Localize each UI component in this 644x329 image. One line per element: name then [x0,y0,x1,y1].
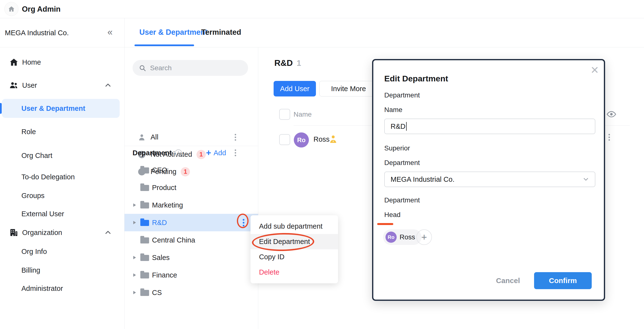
department-name-input[interactable]: R&D [384,119,595,134]
add-head-button[interactable]: + [416,229,432,245]
chevron-up-icon[interactable] [104,82,112,89]
sidebar-item-label: User & Department [22,104,85,112]
tab-terminated[interactable]: Terminated [201,18,241,47]
superior-label-line2: Department [384,159,420,167]
tree-item-cs[interactable]: CS [124,284,258,301]
text-cursor [406,122,407,131]
chevron-down-icon [582,176,590,183]
sidebar-item-todo-delegation[interactable]: To-do Delegation [0,167,124,187]
avatar: Ro [294,132,309,147]
search-box[interactable] [132,60,248,76]
row-checkbox[interactable] [279,134,290,145]
sidebar-item-label: Org Chart [22,152,52,160]
folder-icon [140,167,149,173]
tree-item-sales[interactable]: Sales [124,249,258,266]
add-department-button[interactable]: + Add [206,149,226,157]
cancel-button[interactable]: Cancel [496,277,520,285]
sidebar-item-label: External User [22,210,64,218]
superior-label-line1: Superior [384,144,410,152]
filter-all[interactable]: All [124,129,258,146]
all-more-actions-icon[interactable] [233,132,238,143]
sidebar-item-organization[interactable]: Organization [0,223,124,242]
row-more-actions-icon[interactable] [606,132,612,143]
sidebar-item-org-info[interactable]: Org Info [0,242,124,261]
add-user-button[interactable]: Add User [274,81,316,96]
folder-icon [140,237,149,244]
sidebar-item-external-user[interactable]: External User [0,204,124,224]
folder-icon [140,202,149,209]
sidebar-item-home[interactable]: Home [0,52,124,72]
home-button[interactable] [4,2,18,16]
menu-item-delete[interactable]: Delete [250,265,338,280]
search-icon [139,64,146,72]
head-label-line1: Department [384,196,420,204]
sidebar-item-label: Billing [22,266,40,274]
expand-caret-icon[interactable] [133,203,136,207]
sidebar-item-label: Home [22,58,41,66]
superior-department-select[interactable]: MEGA Industrial Co. [384,172,595,187]
rnd-more-actions-icon[interactable] [241,217,246,228]
sidebar-item-label: Org Info [22,248,47,256]
sidebar-item-user[interactable]: User [0,76,124,95]
sidebar-item-role[interactable]: Role [0,122,124,141]
sidebar: MEGA Industrial Co. « Home User User & D… [0,18,124,329]
sidebar-item-label: Role [22,128,36,136]
expand-caret-icon[interactable] [133,273,136,277]
tab-bar: User & Department Terminated [124,18,644,47]
tab-user-department[interactable]: User & Department [139,18,208,47]
tree-item-central-china[interactable]: Central China [124,231,258,249]
info-icon[interactable]: i [175,149,182,156]
tree-item-ceo[interactable]: CEO [124,161,258,179]
close-icon[interactable]: ✕ [590,65,599,75]
tree-item-rnd[interactable]: R&D [124,214,258,231]
folder-icon [140,255,149,261]
sidebar-item-user-department[interactable]: User & Department [0,99,124,118]
department-more-actions-icon[interactable] [233,147,238,158]
sidebar-item-groups[interactable]: Groups [0,186,124,205]
tree-item-product[interactable]: Product [124,179,258,196]
select-all-checkbox[interactable] [279,109,290,120]
sidebar-item-org-chart[interactable]: Org Chart [0,146,124,165]
avatar: Ro [386,232,397,243]
app-title: Org Admin [22,0,60,18]
expand-caret-icon[interactable] [133,291,136,294]
selected-item-bar [0,103,2,114]
department-context-menu: Add sub department Edit Department Copy … [250,215,338,283]
person-icon [138,133,146,142]
department-page-title: R&D [274,58,293,68]
sidebar-item-label: Groups [22,192,44,200]
department-section-header: Department i + Add [124,146,258,160]
menu-item-add-sub-department[interactable]: Add sub department [250,219,338,234]
tree-item-marketing[interactable]: Marketing [124,196,258,214]
home-icon [9,58,18,67]
org-name: MEGA Industrial Co. [5,18,69,47]
users-icon [9,81,18,90]
eye-icon[interactable] [606,111,616,118]
confirm-button[interactable]: Confirm [534,272,592,289]
member-count: 1 [297,58,301,68]
department-section-title: Department [132,149,172,157]
expand-caret-icon[interactable] [133,256,136,259]
folder-icon [140,290,149,296]
folder-icon [140,220,149,226]
tree-item-finance[interactable]: Finance [124,266,258,284]
collapse-sidebar-icon[interactable]: « [108,18,112,47]
red-underline-annotation [377,223,393,225]
home-icon [8,5,15,12]
sidebar-item-billing[interactable]: Billing [0,261,124,280]
sidebar-item-administrator[interactable]: Administrator [0,279,124,298]
name-column-header: Name [294,109,312,120]
department-head-chip[interactable]: Ro Ross [383,229,422,245]
menu-item-edit-department[interactable]: Edit Department [250,234,338,249]
active-tab-underline [134,44,194,46]
name-field-label-line1: Department [384,91,420,99]
building-icon [9,228,18,237]
menu-item-copy-id[interactable]: Copy ID [250,249,338,265]
sidebar-item-label: Administrator [22,285,63,293]
expand-caret-icon[interactable] [133,221,136,224]
search-input[interactable] [150,64,238,72]
invite-more-button[interactable]: Invite More [319,81,378,96]
top-bar: Org Admin [0,0,644,18]
not-activated-user-icon [328,134,338,144]
chevron-up-icon[interactable] [104,229,112,236]
